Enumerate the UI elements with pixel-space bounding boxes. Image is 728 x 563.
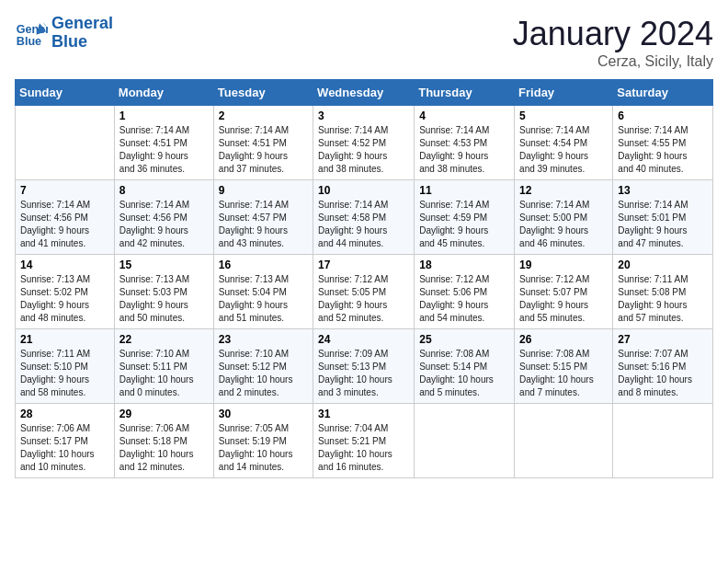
calendar-cell: 7Sunrise: 7:14 AM Sunset: 4:56 PM Daylig… [16,180,115,255]
logo-icon: General Blue [15,17,48,50]
day-info: Sunrise: 7:08 AM Sunset: 5:14 PM Dayligh… [419,348,509,399]
calendar-cell [515,404,613,478]
page-header: General Blue General Blue January 2024 C… [15,15,713,70]
calendar-body: 1Sunrise: 7:14 AM Sunset: 4:51 PM Daylig… [16,106,713,478]
calendar-cell: 15Sunrise: 7:13 AM Sunset: 5:03 PM Dayli… [114,255,213,329]
day-info: Sunrise: 7:07 AM Sunset: 5:16 PM Dayligh… [618,348,708,399]
day-number: 23 [219,333,308,346]
calendar-cell: 12Sunrise: 7:14 AM Sunset: 5:00 PM Dayli… [515,180,613,255]
calendar-table: SundayMondayTuesdayWednesdayThursdayFrid… [15,79,713,478]
col-header-tuesday: Tuesday [213,80,313,106]
calendar-cell: 23Sunrise: 7:10 AM Sunset: 5:12 PM Dayli… [213,329,313,404]
day-number: 8 [119,184,209,197]
logo: General Blue General Blue [15,15,113,52]
calendar-cell: 14Sunrise: 7:13 AM Sunset: 5:02 PM Dayli… [16,255,115,329]
day-number: 5 [519,109,608,122]
day-number: 12 [519,184,608,197]
col-header-saturday: Saturday [613,80,713,106]
day-info: Sunrise: 7:13 AM Sunset: 5:02 PM Dayligh… [20,273,109,325]
day-number: 19 [519,259,608,271]
title-block: January 2024 Cerza, Sicily, Italy [513,15,713,70]
location: Cerza, Sicily, Italy [513,53,713,70]
day-info: Sunrise: 7:14 AM Sunset: 5:01 PM Dayligh… [618,199,708,250]
calendar-cell: 28Sunrise: 7:06 AM Sunset: 5:17 PM Dayli… [16,404,115,478]
calendar-header-row: SundayMondayTuesdayWednesdayThursdayFrid… [16,80,713,106]
day-number: 11 [419,184,509,197]
day-number: 9 [219,184,308,197]
calendar-cell: 30Sunrise: 7:05 AM Sunset: 5:19 PM Dayli… [213,404,313,478]
day-info: Sunrise: 7:14 AM Sunset: 4:56 PM Dayligh… [20,199,109,250]
day-number: 3 [318,109,409,122]
day-info: Sunrise: 7:12 AM Sunset: 5:06 PM Dayligh… [419,273,509,325]
day-number: 17 [318,259,409,271]
calendar-cell: 19Sunrise: 7:12 AM Sunset: 5:07 PM Dayli… [515,255,613,329]
day-info: Sunrise: 7:06 AM Sunset: 5:17 PM Dayligh… [20,422,109,474]
day-info: Sunrise: 7:08 AM Sunset: 5:15 PM Dayligh… [519,348,608,399]
logo-line1: General [51,15,113,33]
day-info: Sunrise: 7:14 AM Sunset: 5:00 PM Dayligh… [519,199,608,250]
calendar-cell: 11Sunrise: 7:14 AM Sunset: 4:59 PM Dayli… [415,180,515,255]
week-row-5: 28Sunrise: 7:06 AM Sunset: 5:17 PM Dayli… [16,404,713,478]
col-header-wednesday: Wednesday [313,80,415,106]
week-row-2: 7Sunrise: 7:14 AM Sunset: 4:56 PM Daylig… [16,180,713,255]
day-info: Sunrise: 7:14 AM Sunset: 4:53 PM Dayligh… [419,124,509,176]
col-header-friday: Friday [515,80,613,106]
calendar-cell: 26Sunrise: 7:08 AM Sunset: 5:15 PM Dayli… [515,329,613,404]
calendar-cell: 9Sunrise: 7:14 AM Sunset: 4:57 PM Daylig… [213,180,313,255]
day-info: Sunrise: 7:13 AM Sunset: 5:03 PM Dayligh… [119,273,209,325]
day-number: 18 [419,259,509,271]
day-info: Sunrise: 7:14 AM Sunset: 4:56 PM Dayligh… [119,199,209,250]
col-header-thursday: Thursday [415,80,515,106]
day-number: 25 [419,333,509,346]
calendar-cell [16,106,115,180]
calendar-cell: 20Sunrise: 7:11 AM Sunset: 5:08 PM Dayli… [613,255,713,329]
calendar-cell: 22Sunrise: 7:10 AM Sunset: 5:11 PM Dayli… [114,329,213,404]
day-number: 16 [219,259,308,271]
month-title: January 2024 [513,15,713,53]
calendar-cell: 3Sunrise: 7:14 AM Sunset: 4:52 PM Daylig… [313,106,415,180]
week-row-1: 1Sunrise: 7:14 AM Sunset: 4:51 PM Daylig… [16,106,713,180]
day-number: 10 [318,184,409,197]
calendar-cell: 4Sunrise: 7:14 AM Sunset: 4:53 PM Daylig… [415,106,515,180]
calendar-cell: 16Sunrise: 7:13 AM Sunset: 5:04 PM Dayli… [213,255,313,329]
calendar-cell: 6Sunrise: 7:14 AM Sunset: 4:55 PM Daylig… [613,106,713,180]
calendar-cell: 29Sunrise: 7:06 AM Sunset: 5:18 PM Dayli… [114,404,213,478]
day-info: Sunrise: 7:06 AM Sunset: 5:18 PM Dayligh… [119,422,209,474]
day-number: 1 [119,109,209,122]
day-info: Sunrise: 7:11 AM Sunset: 5:08 PM Dayligh… [618,273,708,325]
calendar-cell: 10Sunrise: 7:14 AM Sunset: 4:58 PM Dayli… [313,180,415,255]
day-info: Sunrise: 7:14 AM Sunset: 4:52 PM Dayligh… [318,124,409,176]
day-info: Sunrise: 7:10 AM Sunset: 5:12 PM Dayligh… [219,348,308,399]
day-number: 28 [20,408,109,420]
calendar-cell: 17Sunrise: 7:12 AM Sunset: 5:05 PM Dayli… [313,255,415,329]
day-info: Sunrise: 7:14 AM Sunset: 4:51 PM Dayligh… [119,124,209,176]
day-number: 2 [219,109,308,122]
day-number: 6 [618,109,708,122]
day-number: 22 [119,333,209,346]
calendar-cell: 2Sunrise: 7:14 AM Sunset: 4:51 PM Daylig… [213,106,313,180]
day-info: Sunrise: 7:05 AM Sunset: 5:19 PM Dayligh… [219,422,308,474]
day-info: Sunrise: 7:14 AM Sunset: 4:55 PM Dayligh… [618,124,708,176]
day-info: Sunrise: 7:12 AM Sunset: 5:05 PM Dayligh… [318,273,409,325]
calendar-cell: 24Sunrise: 7:09 AM Sunset: 5:13 PM Dayli… [313,329,415,404]
logo-line2: Blue [51,33,113,52]
day-info: Sunrise: 7:11 AM Sunset: 5:10 PM Dayligh… [20,348,109,399]
day-info: Sunrise: 7:14 AM Sunset: 4:58 PM Dayligh… [318,199,409,250]
day-number: 24 [318,333,409,346]
calendar-cell: 21Sunrise: 7:11 AM Sunset: 5:10 PM Dayli… [16,329,115,404]
calendar-cell: 1Sunrise: 7:14 AM Sunset: 4:51 PM Daylig… [114,106,213,180]
col-header-monday: Monday [114,80,213,106]
calendar-cell: 18Sunrise: 7:12 AM Sunset: 5:06 PM Dayli… [415,255,515,329]
calendar-cell: 13Sunrise: 7:14 AM Sunset: 5:01 PM Dayli… [613,180,713,255]
day-number: 26 [519,333,608,346]
day-info: Sunrise: 7:12 AM Sunset: 5:07 PM Dayligh… [519,273,608,325]
day-info: Sunrise: 7:13 AM Sunset: 5:04 PM Dayligh… [219,273,308,325]
day-number: 29 [119,408,209,420]
day-info: Sunrise: 7:14 AM Sunset: 4:57 PM Dayligh… [219,199,308,250]
col-header-sunday: Sunday [16,80,115,106]
day-number: 21 [20,333,109,346]
day-number: 4 [419,109,509,122]
calendar-cell: 5Sunrise: 7:14 AM Sunset: 4:54 PM Daylig… [515,106,613,180]
day-number: 31 [318,408,409,420]
calendar-cell: 27Sunrise: 7:07 AM Sunset: 5:16 PM Dayli… [613,329,713,404]
